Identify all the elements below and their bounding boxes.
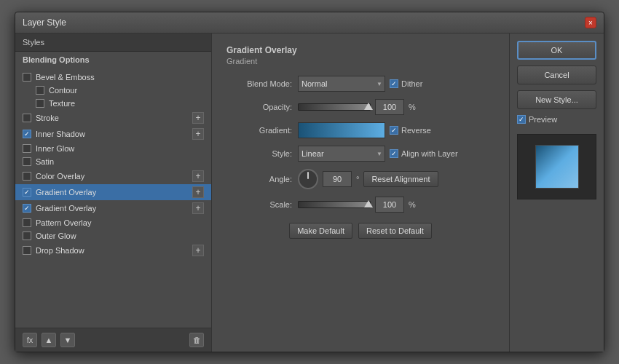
align-layer-checkbox[interactable] xyxy=(390,149,398,158)
checkbox-gradient-overlay-1[interactable] xyxy=(23,188,31,197)
sidebar-item-stroke[interactable]: Stroke + xyxy=(15,110,211,126)
checkbox-inner-shadow[interactable] xyxy=(23,130,31,138)
preview-swatch xyxy=(535,145,579,189)
new-style-button[interactable]: New Style... xyxy=(517,90,596,109)
label-texture: Texture xyxy=(49,99,75,108)
reset-alignment-button[interactable]: Reset Alignment xyxy=(363,171,438,187)
close-button[interactable]: × xyxy=(585,17,596,28)
blend-mode-label: Blend Mode: xyxy=(226,79,292,88)
sidebar-item-satin[interactable]: Satin xyxy=(15,155,211,168)
add-inner-shadow-button[interactable]: + xyxy=(192,128,204,140)
opacity-input[interactable] xyxy=(375,99,404,115)
opacity-slider-thumb[interactable] xyxy=(364,103,373,110)
scale-input[interactable] xyxy=(375,197,404,213)
delete-button[interactable]: 🗑 xyxy=(189,333,204,347)
dither-label[interactable]: Dither xyxy=(390,79,422,88)
checkbox-pattern-overlay[interactable] xyxy=(23,218,31,227)
opacity-row: Opacity: % xyxy=(226,99,494,115)
sidebar-item-drop-shadow[interactable]: Drop Shadow + xyxy=(15,242,211,258)
label-satin: Satin xyxy=(36,157,54,166)
scale-slider-thumb[interactable] xyxy=(364,200,373,207)
action-buttons: Make Default Reset to Default xyxy=(226,223,494,239)
sidebar-item-gradient-overlay-2[interactable]: Gradient Overlay + xyxy=(15,200,211,216)
gradient-controls: Reverse xyxy=(298,122,431,138)
dialog-body: Styles Blending Options Bevel & Emboss C… xyxy=(15,33,604,352)
preview-label-row: Preview xyxy=(517,115,596,124)
sidebar-item-bevel-emboss[interactable]: Bevel & Emboss xyxy=(15,71,211,84)
label-outer-glow: Outer Glow xyxy=(36,232,76,240)
label-gradient-overlay-1: Gradient Overlay xyxy=(36,188,96,197)
section-title: Gradient Overlay xyxy=(226,45,494,55)
label-pattern-overlay: Pattern Overlay xyxy=(36,218,91,227)
add-gradient-overlay-1-button[interactable]: + xyxy=(192,186,204,198)
dither-text: Dither xyxy=(401,79,422,88)
scale-slider-container xyxy=(298,201,371,208)
checkbox-color-overlay[interactable] xyxy=(23,172,31,181)
blend-mode-row: Blend Mode: Normal Dissolve Multiply Scr… xyxy=(226,76,494,92)
make-default-button[interactable]: Make Default xyxy=(289,223,352,239)
align-layer-label[interactable]: Align with Layer xyxy=(390,149,458,158)
dither-checkbox[interactable] xyxy=(390,79,398,88)
sidebar-item-outer-glow[interactable]: Outer Glow xyxy=(15,229,211,242)
style-row: Style: Linear Radial Angle Reflected Dia… xyxy=(226,146,494,162)
sidebar-item-contour[interactable]: Contour xyxy=(15,84,211,97)
preview-checkbox[interactable] xyxy=(517,115,526,124)
scale-slider-track[interactable] xyxy=(298,201,371,208)
label-stroke: Stroke xyxy=(36,114,59,122)
sidebar-item-gradient-overlay-1[interactable]: Gradient Overlay + xyxy=(15,184,211,200)
checkbox-drop-shadow[interactable] xyxy=(23,246,31,255)
style-select[interactable]: Linear Radial Angle Reflected Diamond xyxy=(298,146,385,162)
checkbox-satin[interactable] xyxy=(23,157,31,166)
blend-mode-select[interactable]: Normal Dissolve Multiply Screen Overlay xyxy=(298,76,385,92)
bottom-bar: fx ▲ ▼ 🗑 xyxy=(15,328,211,352)
checkbox-contour[interactable] xyxy=(36,86,44,95)
move-up-button[interactable]: ▲ xyxy=(42,333,56,347)
reverse-checkbox[interactable] xyxy=(390,126,398,135)
move-down-button[interactable]: ▼ xyxy=(60,333,75,347)
ok-button[interactable]: OK xyxy=(517,41,596,60)
add-stroke-button[interactable]: + xyxy=(192,112,204,124)
cancel-button[interactable]: Cancel xyxy=(517,66,596,84)
preview-text: Preview xyxy=(529,115,557,124)
checkbox-bevel-emboss[interactable] xyxy=(23,73,31,82)
angle-row: Angle: ° Reset Alignment xyxy=(226,169,494,189)
blend-mode-controls: Normal Dissolve Multiply Screen Overlay … xyxy=(298,76,422,92)
add-gradient-overlay-2-button[interactable]: + xyxy=(192,202,204,214)
right-panel: OK Cancel New Style... Preview xyxy=(509,33,604,352)
sidebar-item-color-overlay[interactable]: Color Overlay + xyxy=(15,168,211,184)
sidebar-item-pattern-overlay[interactable]: Pattern Overlay xyxy=(15,216,211,229)
opacity-slider-track[interactable] xyxy=(298,103,371,111)
add-drop-shadow-button[interactable]: + xyxy=(192,245,204,256)
angle-dial[interactable] xyxy=(298,169,318,189)
layer-style-dialog: Layer Style × Styles Blending Options Be… xyxy=(15,12,604,352)
gradient-swatch[interactable] xyxy=(298,122,385,138)
gradient-row: Gradient: Reverse xyxy=(226,122,494,138)
scale-controls: % xyxy=(298,197,416,213)
checkbox-texture[interactable] xyxy=(36,99,44,108)
sidebar-item-texture[interactable]: Texture xyxy=(15,97,211,110)
add-color-overlay-button[interactable]: + xyxy=(192,170,204,182)
opacity-unit: % xyxy=(409,103,416,111)
checkbox-stroke[interactable] xyxy=(23,114,31,122)
label-color-overlay: Color Overlay xyxy=(36,172,84,181)
style-controls: Linear Radial Angle Reflected Diamond Al… xyxy=(298,146,458,162)
dialog-title: Layer Style xyxy=(23,17,66,28)
checkbox-inner-glow[interactable] xyxy=(23,144,31,153)
gradient-label: Gradient: xyxy=(226,126,292,135)
angle-input[interactable] xyxy=(323,171,352,187)
reset-to-default-button[interactable]: Reset to Default xyxy=(358,223,432,239)
fx-button[interactable]: fx xyxy=(23,333,37,347)
sidebar-item-inner-shadow[interactable]: Inner Shadow + xyxy=(15,126,211,142)
blend-mode-select-wrapper: Normal Dissolve Multiply Screen Overlay xyxy=(298,76,385,92)
blending-options-item[interactable]: Blending Options xyxy=(15,52,211,68)
reverse-label[interactable]: Reverse xyxy=(390,126,431,135)
checkbox-outer-glow[interactable] xyxy=(23,232,31,240)
scale-unit: % xyxy=(409,200,416,209)
label-contour: Contour xyxy=(49,86,77,95)
align-layer-text: Align with Layer xyxy=(401,149,458,158)
checkbox-gradient-overlay-2[interactable] xyxy=(23,204,31,213)
sidebar-item-inner-glow[interactable]: Inner Glow xyxy=(15,142,211,155)
opacity-slider-container xyxy=(298,103,371,111)
label-inner-shadow: Inner Shadow xyxy=(36,130,85,138)
reverse-text: Reverse xyxy=(401,126,431,135)
